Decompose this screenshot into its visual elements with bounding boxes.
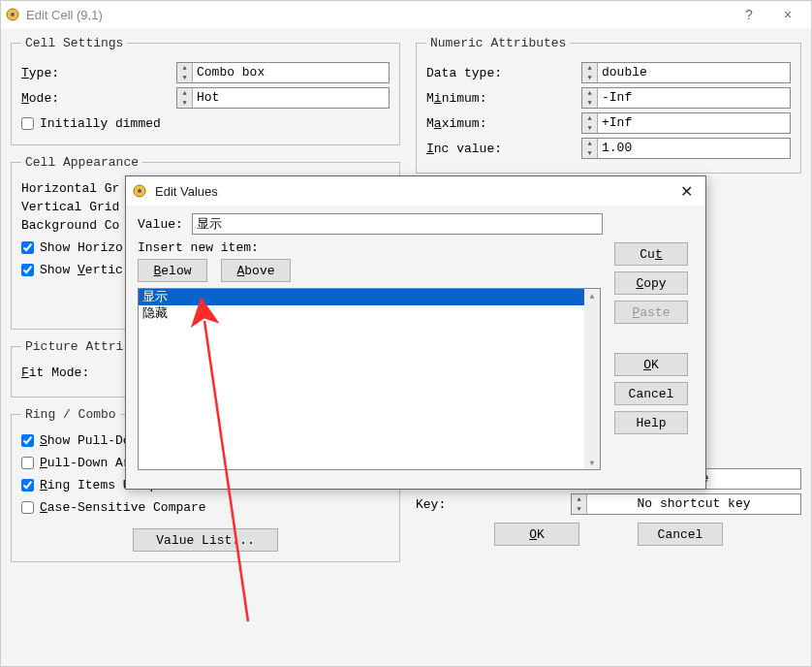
paste-button[interactable]: Paste (614, 301, 688, 324)
min-spinner[interactable]: ▲▼ (582, 88, 598, 108)
inc-value: 1.00 (598, 139, 790, 158)
help-button[interactable]: ? (730, 2, 768, 27)
data-type-field[interactable]: ▲▼ double (581, 62, 791, 83)
dialog-cancel-button[interactable]: Cancel (614, 382, 688, 405)
numeric-attrs-legend: Numeric Attributes (426, 36, 570, 50)
type-spinner[interactable]: ▲▼ (177, 63, 193, 82)
max-value: +Inf (598, 113, 790, 133)
numeric-attrs-group: Numeric Attributes Data type: ▲▼ double … (416, 36, 801, 174)
type-value: Combo box (193, 63, 389, 82)
initially-dimmed-label: Initially dimmed (40, 116, 161, 131)
key-label: Key: (416, 497, 571, 512)
key-field[interactable]: ▲▼ No shortcut key (571, 493, 801, 515)
dialog-ok-button[interactable]: OK (614, 353, 688, 376)
show-vertical-input[interactable] (21, 264, 34, 276)
show-horizontal-checkbox[interactable]: Show Horizo (21, 240, 123, 255)
initially-dimmed-checkbox[interactable]: Initially dimmed (21, 116, 161, 131)
inc-label: Inc value: (426, 142, 581, 156)
type-field[interactable]: ▲▼ Combo box (176, 62, 390, 83)
window-title: Edit Cell (9,1) (26, 8, 730, 22)
edit-values-dialog: Edit Values ✕ Value: Insert new item: Be… (125, 175, 706, 490)
above-button[interactable]: Above (221, 259, 291, 282)
type-label: Type: (21, 66, 176, 80)
edit-cell-window: Edit Cell (9,1) ? × Cell Settings Type: … (0, 0, 812, 667)
case-sensitive-input[interactable] (21, 501, 34, 514)
max-spinner[interactable]: ▲▼ (582, 113, 598, 133)
insert-new-item-label: Insert new item: (138, 240, 603, 255)
edit-values-close-button[interactable]: ✕ (672, 177, 700, 205)
main-cancel-button[interactable]: Cancel (638, 523, 723, 546)
initially-dimmed-input[interactable] (21, 117, 34, 130)
max-label: Maximum: (426, 116, 581, 131)
value-input[interactable] (192, 213, 603, 235)
mode-value: Hot (193, 88, 389, 108)
scroll-up-icon[interactable]: ▲ (584, 289, 600, 302)
inc-field[interactable]: ▲▼ 1.00 (581, 138, 791, 159)
edit-values-titlebar: Edit Values ✕ (126, 176, 705, 206)
cell-settings-legend: Cell Settings (21, 36, 127, 50)
data-type-spinner[interactable]: ▲▼ (582, 63, 598, 82)
app-icon (5, 7, 20, 22)
below-button[interactable]: Below (138, 259, 207, 282)
show-horizontal-input[interactable] (21, 241, 34, 254)
show-horizontal-label: Show Horizo (40, 240, 123, 255)
svg-point-3 (138, 189, 141, 193)
show-vertical-checkbox[interactable]: Show Vertic (21, 263, 123, 277)
show-vertical-label: Show Vertic (40, 263, 123, 277)
min-field[interactable]: ▲▼ -Inf (581, 87, 791, 109)
show-pulldown-input[interactable] (21, 434, 34, 447)
titlebar: Edit Cell (9,1) ? × (1, 1, 811, 28)
key-spinner[interactable]: ▲▼ (572, 494, 587, 514)
edit-values-icon (132, 183, 147, 199)
edit-values-title: Edit Values (155, 184, 672, 199)
data-type-label: Data type: (426, 66, 581, 80)
min-value: -Inf (598, 88, 790, 108)
key-row: Key: ▲▼ No shortcut key (416, 493, 801, 515)
case-sensitive-label: Case-Sensitive Compare (40, 500, 206, 515)
cut-button[interactable]: Cut (614, 242, 688, 266)
svg-point-1 (11, 13, 15, 16)
value-label: Value: (138, 217, 192, 232)
dialog-help-button[interactable]: Help (614, 411, 688, 434)
values-listbox[interactable]: 显示 隐藏 ▲ ▼ (138, 288, 601, 470)
scroll-down-icon[interactable]: ▼ (584, 456, 600, 469)
list-item[interactable]: 隐藏 (139, 305, 600, 322)
key-value: No shortcut key (587, 494, 800, 514)
close-button[interactable]: × (768, 2, 807, 27)
max-field[interactable]: ▲▼ +Inf (581, 112, 791, 134)
list-scrollbar[interactable]: ▲ ▼ (584, 289, 600, 469)
main-ok-button[interactable]: OK (494, 523, 579, 546)
value-list-button[interactable]: Value List... (133, 528, 278, 552)
picture-attrs-legend: Picture Attri (21, 339, 127, 354)
min-label: Minimum: (426, 91, 581, 106)
copy-button[interactable]: Copy (614, 271, 688, 295)
data-type-value: double (598, 63, 790, 82)
pulldown-left-input[interactable] (21, 457, 34, 469)
ring-combo-legend: Ring / Combo (21, 407, 120, 422)
cell-settings-group: Cell Settings Type: ▲▼ Combo box Mode: ▲… (11, 36, 400, 145)
inc-spinner[interactable]: ▲▼ (582, 139, 598, 158)
mode-spinner[interactable]: ▲▼ (177, 88, 193, 108)
ring-unique-input[interactable] (21, 479, 34, 492)
mode-label: Mode: (21, 91, 176, 106)
list-item[interactable]: 显示 (139, 289, 600, 305)
case-sensitive-checkbox[interactable]: Case-Sensitive Compare (21, 500, 206, 515)
mode-field[interactable]: ▲▼ Hot (176, 87, 390, 109)
cell-appearance-legend: Cell Appearance (21, 155, 142, 170)
